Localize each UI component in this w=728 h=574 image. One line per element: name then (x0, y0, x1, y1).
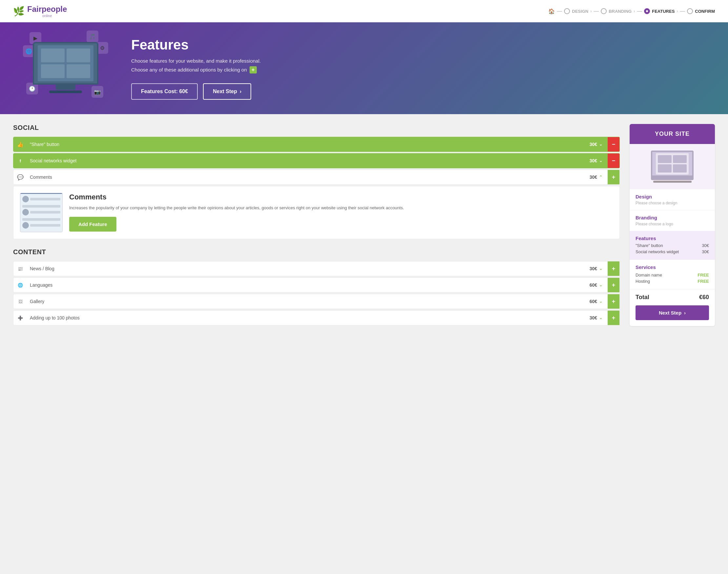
comments-add-button[interactable]: + (608, 170, 619, 184)
sidebar-service-hosting-label: Hosting (636, 279, 650, 284)
sidebar-design-section: Design Please choose a design (630, 189, 715, 210)
sidebar-service-domain-label: Domain name (636, 273, 662, 278)
home-icon[interactable]: 🏠 (548, 8, 555, 14)
feature-row-news: 📰 News / Blog 30€ ⌄ + (13, 261, 620, 276)
logo-text: Fairpeople online (27, 5, 67, 18)
sidebar-design-sub: Please choose a design (636, 201, 709, 205)
music-icon: 🎵 (87, 31, 98, 42)
comments-price: 30€ ⌃ (584, 170, 608, 184)
nav-step-branding[interactable]: BRANDING (601, 8, 632, 14)
news-add-button[interactable]: + (608, 261, 619, 276)
sidebar-feature-share-price: 30€ (702, 243, 709, 248)
nav-steps: 🏠 — DESIGN › — BRANDING › — FEATURES › —… (548, 8, 715, 14)
features-cost-button[interactable]: Features Cost: 60€ (131, 83, 198, 100)
gallery-label: Gallery (27, 294, 584, 308)
sidebar-total: Total €60 (630, 289, 715, 305)
nav-circle-design (564, 8, 570, 14)
sidebar-design-title: Design (636, 194, 709, 199)
sidebar-total-price: €60 (699, 294, 709, 301)
nav-step-confirm[interactable]: CONFIRM (687, 8, 715, 14)
nav-step-design[interactable]: DESIGN (564, 8, 588, 14)
feature-row-photos: ➕ Adding up to 100 photos 30€ ⌄ + (13, 310, 620, 325)
nav-label-confirm: CONFIRM (695, 9, 715, 14)
social-section-title: SOCIAL (13, 124, 620, 131)
plus-badge-icon: + (250, 66, 257, 74)
languages-label: Languages (27, 278, 584, 292)
logo-main: Fairpeople (27, 5, 67, 14)
social-widget-chevron: ⌄ (599, 158, 602, 163)
comments-description: Increases the popularity of your company… (69, 205, 613, 212)
nav-circle-features (644, 8, 650, 14)
share-remove-button[interactable]: − (608, 137, 619, 152)
sidebar-chevron-right-icon: › (684, 310, 686, 316)
hero-title: Features (131, 37, 708, 53)
social-widget-label: Social networks widget (27, 154, 584, 168)
add-feature-button[interactable]: Add Feature (69, 217, 117, 232)
photos-add-button[interactable]: + (608, 311, 619, 325)
feature-row-gallery: 🖼 Gallery 60€ ⌄ + (13, 294, 620, 309)
sidebar-service-domain-price: FREE (697, 273, 709, 278)
sidebar-branding-sub: Please choose a logo (636, 222, 709, 226)
news-label: News / Blog (27, 262, 584, 276)
main-content: SOCIAL 👍 "Share" button 30€ ⌄ − f Social… (0, 114, 728, 336)
nav-circle-branding (601, 8, 607, 14)
sidebar-service-domain: Domain name FREE (636, 272, 709, 278)
sidebar-feature-share: "Share" button 30€ (636, 242, 709, 249)
sidebar-features-title: Features (636, 236, 709, 241)
sidebar-feature-widget-price: 30€ (702, 249, 709, 254)
gallery-chevron: ⌄ (599, 299, 602, 304)
laptop-screen (651, 151, 694, 177)
sidebar-branding-section: Branding Please choose a logo (630, 210, 715, 231)
social-widget-icon: f (13, 158, 27, 163)
photos-chevron: ⌄ (599, 316, 602, 320)
sidebar-services-title: Services (636, 264, 709, 270)
comments-title: Comments (69, 193, 613, 201)
languages-price: 60€ ⌄ (584, 278, 608, 292)
sidebar-service-hosting: Hosting FREE (636, 278, 709, 284)
photos-label: Adding up to 100 photos (27, 311, 584, 325)
content-section-title: CONTENT (13, 248, 620, 256)
hero-desc1: Choose features for your website, and ma… (131, 58, 708, 64)
header: 🌿 Fairpeople online 🏠 — DESIGN › — BRAND… (0, 0, 728, 22)
chevron-right-icon: › (240, 89, 241, 94)
sidebar-feature-widget-label: Social networks widget (636, 249, 679, 254)
comments-label: Comments (27, 170, 584, 184)
languages-chevron: ⌄ (599, 283, 602, 287)
comments-screenshot (20, 193, 62, 232)
hero-desc2-text: Choose any of these additional options b… (131, 67, 247, 73)
sidebar: YOUR SITE Design (630, 124, 715, 327)
comments-icon: 💬 (13, 174, 27, 180)
sidebar-features-section: Features "Share" button 30€ Social netwo… (630, 231, 715, 259)
languages-add-button[interactable]: + (608, 278, 619, 292)
comments-chevron: ⌃ (599, 175, 602, 179)
sidebar-header: YOUR SITE (630, 124, 715, 144)
nav-step-features[interactable]: FEATURES (644, 8, 675, 14)
gallery-price: 60€ ⌄ (584, 294, 608, 308)
sidebar-feature-widget: Social networks widget 30€ (636, 249, 709, 255)
news-price: 30€ ⌄ (584, 262, 608, 276)
comments-detail: Comments Increases the popularity of you… (69, 193, 613, 232)
next-step-hero-button[interactable]: Next Step › (203, 83, 251, 100)
hero-buttons: Features Cost: 60€ Next Step › (131, 83, 708, 100)
hero-desc2: Choose any of these additional options b… (131, 66, 708, 74)
comments-expanded-panel: Comments Increases the popularity of you… (13, 186, 620, 239)
logo: 🌿 Fairpeople online (13, 5, 67, 18)
gallery-add-button[interactable]: + (608, 294, 619, 309)
sidebar-card: YOUR SITE Design (630, 124, 715, 326)
news-icon: 📰 (13, 266, 27, 271)
social-widget-price: 30€ ⌄ (584, 154, 608, 168)
gallery-icon: 🖼 (13, 299, 27, 304)
share-label: "Share" button (27, 137, 584, 151)
photos-icon: ➕ (13, 316, 27, 321)
feature-row-social-widget: f Social networks widget 30€ ⌄ − (13, 153, 620, 168)
nav-circle-confirm (687, 8, 693, 14)
share-icon: 👍 (13, 141, 27, 148)
share-price: 30€ ⌄ (584, 137, 608, 151)
features-panel: SOCIAL 👍 "Share" button 30€ ⌄ − f Social… (13, 124, 620, 327)
feature-row-comments: 💬 Comments 30€ ⌃ + (13, 170, 620, 184)
next-step-sidebar-button[interactable]: Next Step › (636, 305, 709, 320)
sidebar-feature-share-label: "Share" button (636, 243, 663, 248)
hero-illustration: ▶ 🌐 🕐 🎵 ⚙ 📷 (20, 35, 112, 101)
sidebar-branding-title: Branding (636, 215, 709, 220)
social-widget-remove-button[interactable]: − (608, 154, 619, 168)
